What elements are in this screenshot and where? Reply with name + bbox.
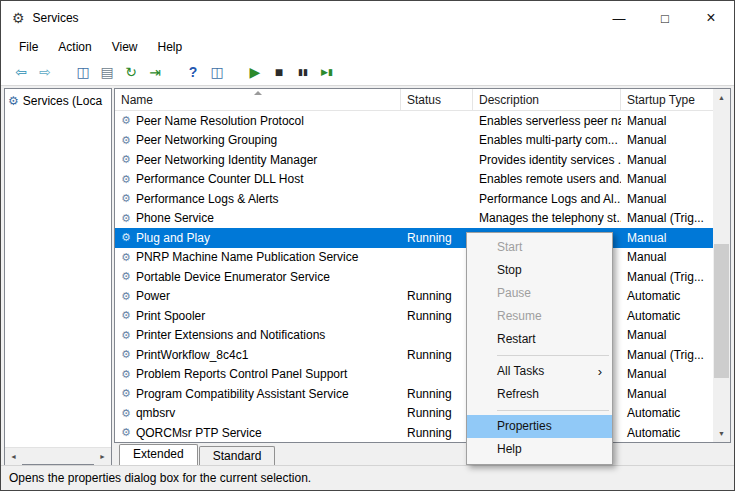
table-row[interactable]: ⚙ Peer Name Resolution Protocol Enables … [115,111,713,131]
menubar-item[interactable]: File [9,37,48,57]
titlebar: ⚙ Services — □ × [1,1,734,35]
back-button[interactable]: ⇦ [9,60,33,84]
table-row[interactable]: ⚙ Performance Logs & Alerts Performance … [115,189,713,209]
context-menu-item[interactable]: Pause [467,282,612,305]
service-startup-type-cell: Automatic [621,404,713,424]
stop-service-button[interactable]: ■ [267,60,291,84]
export-list-button[interactable]: ⇥ [143,60,167,84]
service-name-cell: ⚙ PNRP Machine Name Publication Service [115,248,401,268]
service-name-cell: ⚙ Performance Counter DLL Host [115,170,401,190]
context-menu-item[interactable]: All Tasks › [467,360,612,383]
tree-item-services-local[interactable]: ⚙ Services (Loca [5,89,111,112]
forward-button[interactable]: ⇨ [33,60,57,84]
console-tree-pane: ⚙ Services (Loca ◄ ► [4,88,112,465]
services-node-icon: ⚙ [8,94,19,108]
close-button[interactable]: × [688,1,734,35]
context-menu-item[interactable]: Help [467,438,612,461]
service-description-cell: Provides identity services ... [473,150,621,170]
table-row[interactable]: ⚙ PrintWorkflow_8c4c1 Running Manual (Tr… [115,345,713,365]
column-header-status[interactable]: Status [401,89,473,110]
service-status-cell: Running [401,384,473,404]
maximize-button[interactable]: □ [642,1,688,35]
service-name: Peer Name Resolution Protocol [136,114,304,128]
context-menu-item[interactable] [497,410,609,411]
restart-service-button[interactable]: ▶▮ [315,60,339,84]
table-row[interactable]: ⚙ Performance Counter DLL Host Enables r… [115,170,713,190]
pause-service-button[interactable]: ▮▮ [291,60,315,84]
service-status-cell [401,170,473,190]
toolbar-button-icon: ⇥ [149,64,161,80]
service-name: Performance Logs & Alerts [136,192,279,206]
scroll-left-button[interactable]: ◄ [5,448,22,465]
refresh-button[interactable]: ↻ [119,60,143,84]
service-name-cell: ⚙ QORCMsr PTP Service [115,423,401,442]
scrollbar-thumb[interactable] [714,244,729,378]
context-menu-item[interactable]: Properties [467,415,612,438]
minimize-button[interactable]: — [596,1,642,35]
service-startup-type-cell: Manual [621,170,713,190]
scroll-right-button[interactable]: ► [94,448,111,465]
table-row[interactable]: ⚙ Peer Networking Identity Manager Provi… [115,150,713,170]
services-app-icon: ⚙ [12,10,25,26]
service-gear-icon: ⚙ [121,192,131,205]
extended-view-button[interactable]: ◫ [205,60,229,84]
table-row[interactable]: ⚙ QORCMsr PTP Service Running Automatic [115,423,713,442]
view-tab[interactable]: Standard [199,446,276,465]
service-name: PNRP Machine Name Publication Service [136,250,359,264]
scroll-down-button[interactable]: ▼ [713,425,730,442]
table-row[interactable]: ⚙ Power Running Automatic [115,287,713,307]
service-status-cell: Running [401,423,473,442]
menubar: FileActionViewHelp [1,35,734,58]
context-menu-item[interactable]: Restart [467,328,612,351]
table-row[interactable]: ⚙ Print Spooler Running Automatic [115,306,713,326]
context-menu-item[interactable]: Start [467,236,612,259]
context-menu-item[interactable] [497,355,609,356]
table-row[interactable]: ⚙ Program Compatibility Assistant Servic… [115,384,713,404]
service-startup-type-cell: Manual [621,384,713,404]
start-service-button[interactable]: ▶ [243,60,267,84]
show-console-tree-button[interactable]: ◫ [71,60,95,84]
service-gear-icon: ⚙ [121,251,131,264]
service-startup-type-cell: Manual (Trig... [621,345,713,365]
properties-button[interactable]: ▤ [95,60,119,84]
service-name: PrintWorkflow_8c4c1 [136,348,249,362]
menubar-item[interactable]: Help [148,37,193,57]
service-gear-icon: ⚙ [121,329,131,342]
service-gear-icon: ⚙ [121,134,131,147]
column-header-name[interactable]: Name [115,89,401,110]
toolbar-button-icon: ◫ [210,64,223,80]
table-row[interactable]: ⚙ Phone Service Manages the telephony st… [115,209,713,229]
service-name-cell: ⚙ Portable Device Enumerator Service [115,267,401,287]
context-menu-item[interactable]: Refresh [467,383,612,406]
toolbar-button-icon: ▶▮ [321,67,333,77]
service-gear-icon: ⚙ [121,270,131,283]
window-title: Services [33,11,79,25]
menubar-item[interactable]: Action [48,37,101,57]
scroll-up-button[interactable]: ▲ [713,89,730,106]
service-name-cell: ⚙ Peer Networking Identity Manager [115,150,401,170]
view-tab[interactable]: Extended [119,444,198,465]
service-status-cell: Running [401,404,473,424]
tree-horizontal-scrollbar[interactable]: ◄ ► [5,447,111,464]
context-menu-item[interactable]: Stop [467,259,612,282]
table-row[interactable]: ⚙ Portable Device Enumerator Service Man… [115,267,713,287]
help-button[interactable]: ? [181,60,205,84]
table-row[interactable]: ⚙ PNRP Machine Name Publication Service … [115,248,713,268]
menubar-item[interactable]: View [102,37,148,57]
table-row[interactable]: ⚙ Problem Reports Control Panel Support … [115,365,713,385]
table-row[interactable]: ⚙ Peer Networking Grouping Enables multi… [115,131,713,151]
service-status-cell [401,267,473,287]
table-row[interactable]: ⚙ qmbsrv Running Automatic [115,404,713,424]
table-row[interactable]: ⚙ Plug and Play Running Manual [115,228,713,248]
column-header-description[interactable]: Description [473,89,621,110]
toolbar-button-icon: ? [189,64,198,80]
service-status-cell [401,365,473,385]
service-name-cell: ⚙ Phone Service [115,209,401,229]
service-name-cell: ⚙ Problem Reports Control Panel Support [115,365,401,385]
context-menu-item[interactable]: Resume [467,305,612,328]
service-name-cell: ⚙ Program Compatibility Assistant Servic… [115,384,401,404]
vertical-scrollbar[interactable]: ▲ ▼ [713,89,730,442]
service-name: qmbsrv [136,406,175,420]
column-header-startup-type[interactable]: Startup Type [621,89,713,110]
table-row[interactable]: ⚙ Printer Extensions and Notifications M… [115,326,713,346]
